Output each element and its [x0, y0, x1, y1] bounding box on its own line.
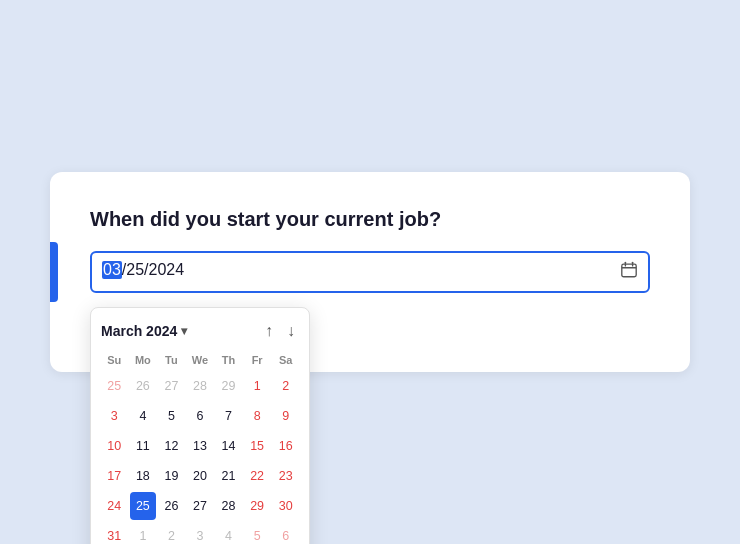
calendar-day[interactable]: 16: [272, 432, 299, 460]
calendar-day[interactable]: 6: [187, 402, 214, 430]
calendar-day[interactable]: 18: [130, 462, 157, 490]
calendar-day[interactable]: 13: [187, 432, 214, 460]
calendar-day[interactable]: 28: [187, 372, 214, 400]
calendar-day[interactable]: 19: [158, 462, 185, 490]
calendar-day[interactable]: 26: [130, 372, 157, 400]
calendar-day[interactable]: 5: [158, 402, 185, 430]
calendar-day[interactable]: 4: [215, 522, 242, 544]
calendar-day[interactable]: 17: [101, 462, 128, 490]
calendar-day[interactable]: 9: [272, 402, 299, 430]
calendar-day[interactable]: 27: [158, 372, 185, 400]
month-year-text: March 2024: [101, 323, 177, 339]
calendar-day[interactable]: 22: [244, 462, 271, 490]
month-chevron-icon: ▾: [181, 324, 187, 338]
calendar-day[interactable]: 1: [244, 372, 271, 400]
day-header: Su: [101, 352, 128, 370]
calendar-day[interactable]: 31: [101, 522, 128, 544]
calendar-day[interactable]: 27: [187, 492, 214, 520]
date-input[interactable]: [90, 251, 650, 293]
main-card: When did you start your current job? 03/…: [50, 172, 690, 372]
calendar-day[interactable]: 14: [215, 432, 242, 460]
calendar-day[interactable]: 26: [158, 492, 185, 520]
calendar-header: March 2024 ▾ ↑ ↓: [101, 320, 299, 342]
calendar-day[interactable]: 3: [187, 522, 214, 544]
calendar-day[interactable]: 24: [101, 492, 128, 520]
calendar-day[interactable]: 30: [272, 492, 299, 520]
day-header: Th: [215, 352, 242, 370]
calendar-day[interactable]: 28: [215, 492, 242, 520]
calendar-grid: SuMoTuWeThFrSa25262728291234567891011121…: [101, 352, 299, 544]
nav-up-button[interactable]: ↑: [261, 320, 277, 342]
calendar-day[interactable]: 11: [130, 432, 157, 460]
day-header: Tu: [158, 352, 185, 370]
side-accent: [50, 242, 58, 302]
calendar-day[interactable]: 25: [101, 372, 128, 400]
date-input-wrapper: 03/25/2024 March 2024 ▾ ↑ ↓: [90, 251, 650, 293]
calendar-day[interactable]: 25: [130, 492, 157, 520]
calendar-day[interactable]: 29: [215, 372, 242, 400]
calendar-day[interactable]: 23: [272, 462, 299, 490]
nav-down-button[interactable]: ↓: [283, 320, 299, 342]
calendar-day[interactable]: 12: [158, 432, 185, 460]
calendar-day[interactable]: 7: [215, 402, 242, 430]
calendar-day[interactable]: 3: [101, 402, 128, 430]
calendar-day[interactable]: 2: [272, 372, 299, 400]
day-header: Fr: [244, 352, 271, 370]
calendar-month-label: March 2024 ▾: [101, 323, 187, 339]
calendar-day[interactable]: 1: [130, 522, 157, 544]
calendar-nav: ↑ ↓: [261, 320, 299, 342]
question-label: When did you start your current job?: [90, 208, 650, 231]
calendar-day[interactable]: 8: [244, 402, 271, 430]
calendar-day[interactable]: 4: [130, 402, 157, 430]
calendar-day[interactable]: 29: [244, 492, 271, 520]
calendar-day[interactable]: 15: [244, 432, 271, 460]
calendar-day[interactable]: 6: [272, 522, 299, 544]
calendar-day[interactable]: 10: [101, 432, 128, 460]
calendar-day[interactable]: 2: [158, 522, 185, 544]
calendar-day[interactable]: 5: [244, 522, 271, 544]
calendar-day[interactable]: 20: [187, 462, 214, 490]
calendar-dropdown: March 2024 ▾ ↑ ↓ SuMoTuWeThFrSa252627282…: [90, 307, 310, 544]
day-header: Sa: [272, 352, 299, 370]
day-header: We: [187, 352, 214, 370]
day-header: Mo: [130, 352, 157, 370]
calendar-day[interactable]: 21: [215, 462, 242, 490]
